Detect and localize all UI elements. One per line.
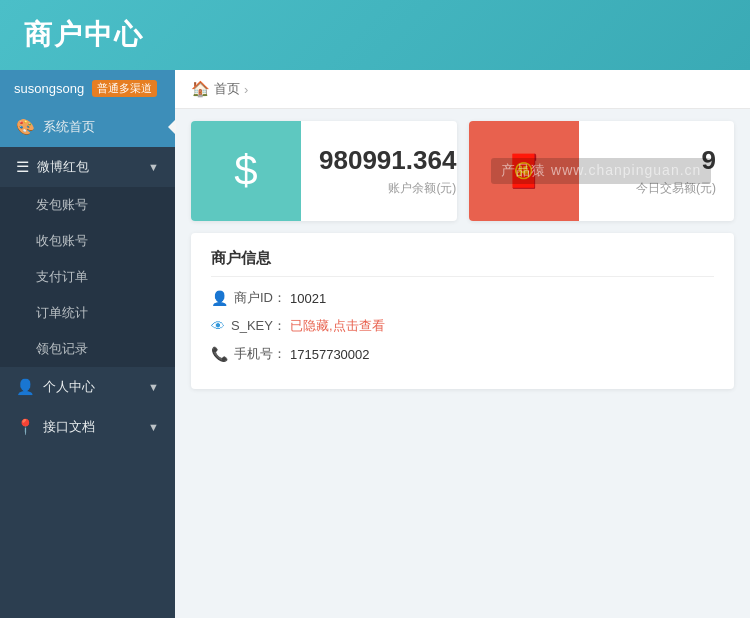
today-tx-card-body: 9 今日交易额(元) bbox=[579, 121, 735, 221]
sidebar-sub-menu: 发包账号 收包账号 支付订单 订单统计 领包记录 bbox=[0, 187, 175, 367]
today-tx-value: 9 bbox=[702, 145, 716, 176]
today-tx-card: 🧧 9 今日交易额(元) 产品猿 www.chanpinguan.cn bbox=[469, 121, 735, 221]
breadcrumb-home[interactable]: 首页 bbox=[214, 80, 240, 98]
skey-label: S_KEY： bbox=[231, 317, 286, 335]
phone-icon: 📞 bbox=[211, 346, 228, 362]
breadcrumb-sep: › bbox=[244, 82, 248, 97]
main-content: $ 980991.364 账户余额(元) 🧧 9 bbox=[175, 109, 750, 618]
sidebar-item-label: 个人中心 bbox=[43, 378, 95, 396]
header: 商户中心 bbox=[0, 0, 750, 70]
sidebar-item-receive-account[interactable]: 收包账号 bbox=[0, 223, 175, 259]
sidebar-item-label: 接口文档 bbox=[43, 418, 95, 436]
merchant-card-title: 商户信息 bbox=[211, 249, 714, 277]
merchant-id-label: 商户ID： bbox=[234, 289, 286, 307]
balance-value: 980991.364 bbox=[319, 145, 456, 176]
balance-card: $ 980991.364 账户余额(元) bbox=[191, 121, 457, 221]
phone-label: 手机号： bbox=[234, 345, 286, 363]
eye-icon: 👁 bbox=[211, 318, 225, 334]
content-area: $ 980991.364 账户余额(元) 🧧 9 bbox=[175, 109, 750, 401]
today-tx-label: 今日交易额(元) bbox=[636, 180, 716, 197]
page-title: 商户中心 bbox=[24, 16, 144, 54]
chevron-down-icon: ▼ bbox=[148, 161, 159, 173]
skey-row: 👁 S_KEY： 已隐藏,点击查看 bbox=[211, 317, 714, 335]
user-icon: 👤 bbox=[16, 378, 35, 396]
balance-card-body: 980991.364 账户余额(元) bbox=[301, 121, 457, 221]
merchant-card: 商户信息 👤 商户ID： 10021 👁 S_KEY： 已隐藏,点击查看 bbox=[191, 233, 734, 389]
sidebar-item-system-home[interactable]: 🎨 系统首页 bbox=[0, 107, 175, 147]
chevron-down-icon: ▼ bbox=[148, 381, 159, 393]
cards-row: $ 980991.364 账户余额(元) 🧧 9 bbox=[191, 121, 734, 221]
balance-label: 账户余额(元) bbox=[388, 180, 456, 197]
sidebar: susongsong 普通多渠道 🎨 系统首页 ☰ 微博红包 ▼ 发包账号 收包… bbox=[0, 70, 175, 618]
merchant-id-row: 👤 商户ID： 10021 bbox=[211, 289, 714, 307]
sidebar-user-badge: 普通多渠道 bbox=[92, 80, 157, 97]
sidebar-item-order-stats[interactable]: 订单统计 bbox=[0, 295, 175, 331]
merchant-id-value: 10021 bbox=[290, 291, 326, 306]
breadcrumb: 🏠 首页 › bbox=[175, 70, 750, 109]
balance-card-icon: $ bbox=[191, 121, 301, 221]
skey-value[interactable]: 已隐藏,点击查看 bbox=[290, 317, 385, 335]
today-tx-card-icon: 🧧 bbox=[469, 121, 579, 221]
pin-icon: 📍 bbox=[16, 418, 35, 436]
sidebar-item-api-docs[interactable]: 📍 接口文档 ▼ bbox=[0, 407, 175, 447]
layout: susongsong 普通多渠道 🎨 系统首页 ☰ 微博红包 ▼ 发包账号 收包… bbox=[0, 70, 750, 618]
chevron-down-icon: ▼ bbox=[148, 421, 159, 433]
phone-row: 📞 手机号： 17157730002 bbox=[211, 345, 714, 363]
phone-value: 17157730002 bbox=[290, 347, 370, 362]
sidebar-item-weibo-hongbao[interactable]: ☰ 微博红包 ▼ bbox=[0, 147, 175, 187]
hongbao-icon: 🧧 bbox=[504, 152, 544, 190]
paint-icon: 🎨 bbox=[16, 118, 35, 136]
sidebar-user: susongsong 普通多渠道 bbox=[0, 70, 175, 107]
sidebar-item-claim-records[interactable]: 领包记录 bbox=[0, 331, 175, 367]
sidebar-item-personal-center[interactable]: 👤 个人中心 ▼ bbox=[0, 367, 175, 407]
home-icon: 🏠 bbox=[191, 80, 210, 98]
layout-right: 🏠 首页 › $ 980991.364 账户余额(元) bbox=[175, 70, 750, 618]
sidebar-item-send-account[interactable]: 发包账号 bbox=[0, 187, 175, 223]
sidebar-item-label: 微博红包 bbox=[37, 158, 89, 176]
sidebar-item-pay-order[interactable]: 支付订单 bbox=[0, 259, 175, 295]
sidebar-item-label: 系统首页 bbox=[43, 118, 95, 136]
dollar-icon: $ bbox=[234, 147, 257, 195]
list-icon: ☰ bbox=[16, 158, 29, 176]
user-green-icon: 👤 bbox=[211, 290, 228, 306]
sidebar-username: susongsong bbox=[14, 81, 84, 96]
